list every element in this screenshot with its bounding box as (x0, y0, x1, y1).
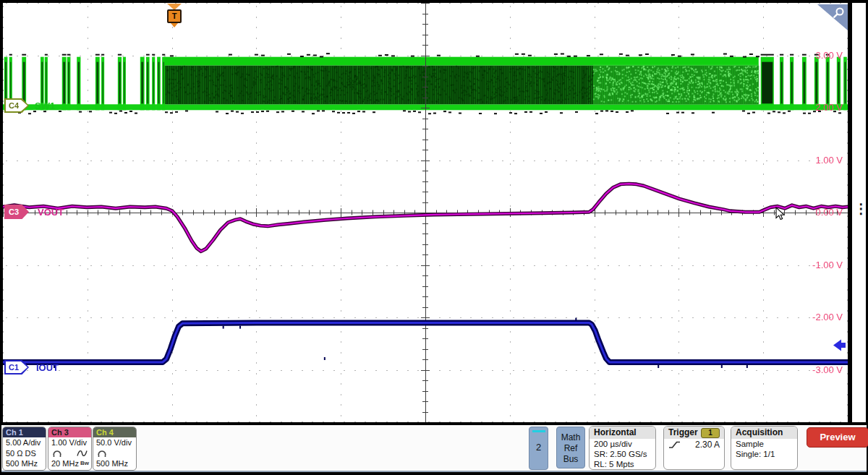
rising-edge-icon (668, 440, 681, 450)
horizontal-sample-rate: SR: 2.50 GS/s (590, 449, 655, 459)
mouse-cursor (775, 207, 785, 221)
math-ref-bus-button[interactable]: Math Ref Bus (556, 427, 585, 468)
y-axis-label: -3.00 V (812, 364, 843, 376)
channel-tag-c1[interactable]: C1 IOUT (4, 360, 59, 375)
horizontal-panel[interactable]: Horizontal 200 µs/div SR: 2.50 GS/s RL: … (589, 426, 656, 470)
view-color-bar (532, 430, 545, 432)
c3-trace-label: VOUT (38, 207, 64, 218)
waveform-view-2-button[interactable]: 2 (529, 427, 548, 470)
ch4-bandwidth: 500 MHz (93, 458, 136, 469)
probe-icon (52, 449, 62, 458)
c1-trace-label: IOUT (36, 362, 59, 373)
channel-tag-c3[interactable]: C3 VOUT (4, 205, 64, 219)
acquisition-title: Acquisition (731, 427, 797, 439)
y-axis-label: 2.00 V (815, 102, 843, 114)
ch1-header: Ch 1 (3, 427, 46, 437)
channel-badge-ch1[interactable]: Ch 1 5.00 A/div 50 Ω DS 500 MHz (2, 427, 46, 471)
ch3-bandwidth: 20 MHzBw (48, 458, 91, 469)
y-axis-label: 1.00 V (815, 155, 843, 166)
y-axis-label: -2.00 V (812, 312, 843, 323)
c1-badge: C1 (4, 360, 29, 375)
ch3-scale: 1.00 V/div (48, 437, 91, 448)
right-side-strip: ⋮ (852, 3, 866, 422)
probe-icon (97, 449, 107, 458)
acquisition-count: Single: 1/1 (731, 449, 797, 459)
channel-tag-c4[interactable]: C4 SW1 (4, 98, 55, 113)
ch4-header: Ch 4 (93, 427, 136, 437)
y-axis-label: 0.00 V (815, 207, 843, 218)
view-number: 2 (529, 442, 548, 453)
trigger-position-marker[interactable]: T (164, 4, 184, 27)
trigger-source-badge: 1 (701, 428, 720, 438)
waveform-canvas[interactable] (3, 3, 848, 422)
y-axis-label: -1.00 V (812, 260, 843, 271)
oscilloscope-screen: T C4 SW1 C3 VOUT C1 IOUT (0, 0, 868, 475)
horizontal-scale: 200 µs/div (590, 439, 655, 449)
bw-limit-icon: Bw (80, 460, 89, 466)
more-menu-button[interactable]: ⋮ (854, 205, 864, 227)
channel-badge-ch4[interactable]: Ch 4 50.0 V/div 500 MHz (93, 427, 137, 471)
y-axis-label: 3.00 V (815, 50, 843, 61)
trigger-marker-tail-icon (171, 23, 178, 27)
sine-icon (77, 449, 88, 458)
horizontal-record-length: RL: 5 Mpts (590, 459, 655, 469)
ch3-header: Ch 3 (48, 427, 91, 437)
settings-bar: Ch 1 5.00 A/div 50 Ω DS 500 MHz Ch 3 1.0… (1, 425, 867, 471)
c4-trace-label: SW1 (35, 100, 55, 111)
preview-button[interactable]: Preview (807, 427, 868, 448)
trigger-marker-letter: T (167, 9, 182, 23)
c4-badge: C4 (4, 98, 29, 113)
waveform-display-area[interactable]: T C4 SW1 C3 VOUT C1 IOUT (3, 3, 848, 422)
bottom-divider (1, 471, 867, 472)
c3-badge: C3 (4, 205, 29, 219)
ch1-bandwidth: 500 MHz (3, 458, 46, 469)
acquisition-panel[interactable]: Acquisition Sample Single: 1/1 (731, 426, 798, 470)
trigger-level-value: 2.30 A (681, 440, 720, 450)
ch1-termination: 50 Ω DS (3, 448, 46, 459)
channel-level-arrow-icon[interactable] (833, 339, 846, 351)
trigger-title: Trigger 1 (664, 427, 724, 439)
acquisition-mode: Sample (731, 439, 797, 449)
ch4-scale: 50.0 V/div (93, 437, 136, 448)
channel-badge-ch3[interactable]: Ch 3 1.00 V/div 20 MHzBw (48, 427, 92, 471)
horizontal-title: Horizontal (590, 427, 655, 439)
trigger-panel[interactable]: Trigger 1 2.30 A (663, 426, 725, 470)
ch1-scale: 5.00 A/div (3, 437, 46, 448)
